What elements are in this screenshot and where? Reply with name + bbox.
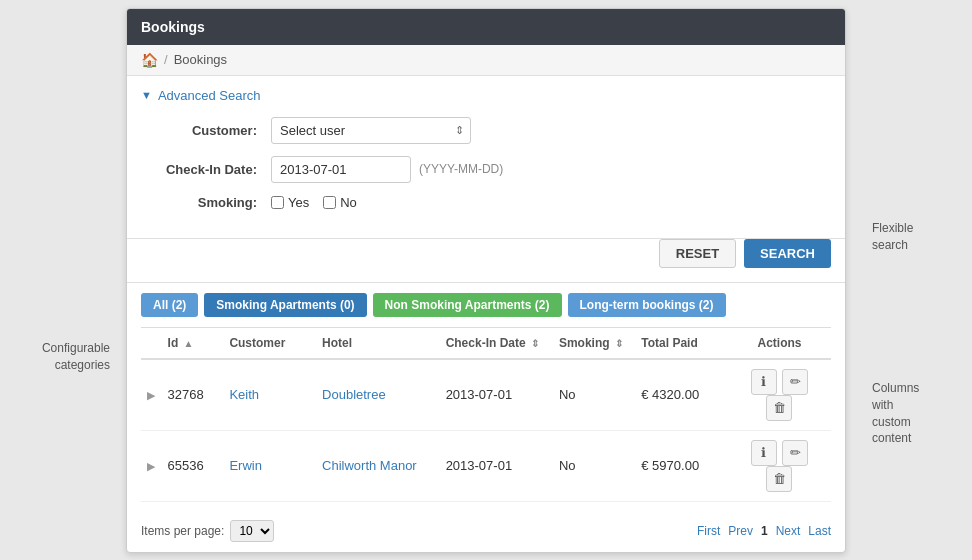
row2-smoking: No — [553, 430, 635, 501]
col-header-total-paid: Total Paid — [635, 327, 728, 359]
sort-id-icon[interactable]: ▲ — [184, 338, 194, 349]
breadcrumb-bookings: Bookings — [174, 52, 227, 67]
row1-delete-button[interactable]: 🗑 — [766, 395, 792, 421]
sort-smoking-icon[interactable]: ⇕ — [615, 338, 623, 349]
col-header-hotel: Hotel — [316, 327, 440, 359]
category-tabs-bar: All (2) Smoking Apartments (0) Non Smoki… — [127, 283, 845, 327]
panel-header: Bookings — [127, 9, 845, 45]
customer-select[interactable]: Select user — [271, 117, 471, 144]
row2-hotel-link[interactable]: Chilworth Manor — [322, 458, 417, 473]
annotation-configurable-categories: Configurable categories — [10, 340, 110, 374]
main-panel: Bookings 🏠 / Bookings ▼ Advanced Search … — [126, 8, 846, 553]
col-header-id: Id ▲ — [162, 327, 224, 359]
row2-checkin: 2013-07-01 — [440, 430, 553, 501]
breadcrumb: 🏠 / Bookings — [127, 45, 845, 76]
col-header-customer: Customer — [223, 327, 316, 359]
bookings-table-section: Id ▲ Customer Hotel Check-In Date ⇕ Smok… — [127, 327, 845, 512]
row1-smoking: No — [553, 359, 635, 431]
table-row: ▶ 65536 Erwin Chilworth Manor 2013-07-01… — [141, 430, 831, 501]
panel-title: Bookings — [141, 19, 205, 35]
pagination-current[interactable]: 1 — [761, 524, 768, 538]
row2-expand[interactable]: ▶ — [141, 430, 162, 501]
row1-checkin: 2013-07-01 — [440, 359, 553, 431]
row1-customer-link[interactable]: Keith — [229, 387, 259, 402]
date-format-hint: (YYYY-MM-DD) — [419, 162, 503, 176]
tab-all[interactable]: All (2) — [141, 293, 198, 317]
table-row: ▶ 32768 Keith Doubletree 2013-07-01 No €… — [141, 359, 831, 431]
reset-button[interactable]: RESET — [659, 239, 736, 268]
row2-id: 65536 — [162, 430, 224, 501]
sort-checkin-icon[interactable]: ⇕ — [531, 338, 539, 349]
advanced-search-label: Advanced Search — [158, 88, 261, 103]
row1-actions: ℹ ✏ 🗑 — [728, 359, 831, 431]
items-per-page-select[interactable]: 10 25 50 — [230, 520, 274, 542]
home-icon[interactable]: 🏠 — [141, 52, 158, 68]
row2-actions: ℹ ✏ 🗑 — [728, 430, 831, 501]
row1-expand[interactable]: ▶ — [141, 359, 162, 431]
annotation-flexible-search: Flexible search — [872, 220, 962, 254]
items-per-page-control: Items per page: 10 25 50 — [141, 520, 274, 542]
row1-customer: Keith — [223, 359, 316, 431]
row2-edit-button[interactable]: ✏ — [782, 440, 808, 466]
row1-edit-button[interactable]: ✏ — [782, 369, 808, 395]
row1-id: 32768 — [162, 359, 224, 431]
row1-total-paid: € 4320.00 — [635, 359, 728, 431]
pagination-first[interactable]: First — [697, 524, 720, 538]
smoking-no-checkbox[interactable] — [323, 196, 336, 209]
customer-label: Customer: — [141, 123, 271, 138]
row2-hotel: Chilworth Manor — [316, 430, 440, 501]
table-body: ▶ 32768 Keith Doubletree 2013-07-01 No €… — [141, 359, 831, 502]
tab-non-smoking-apartments[interactable]: Non Smoking Apartments (2) — [373, 293, 562, 317]
row2-customer: Erwin — [223, 430, 316, 501]
advanced-search-toggle[interactable]: ▼ Advanced Search — [141, 88, 831, 103]
row2-info-button[interactable]: ℹ — [751, 440, 777, 466]
checkin-row: Check-In Date: (YYYY-MM-DD) — [141, 156, 831, 183]
col-header-smoking: Smoking ⇕ — [553, 327, 635, 359]
bookings-table: Id ▲ Customer Hotel Check-In Date ⇕ Smok… — [141, 327, 831, 502]
expand-arrow-icon[interactable]: ▶ — [147, 460, 155, 472]
smoking-yes-label[interactable]: Yes — [271, 195, 309, 210]
advanced-search-section: ▼ Advanced Search Customer: Select user … — [127, 76, 845, 239]
tab-longterm-bookings[interactable]: Long-term bookings (2) — [568, 293, 726, 317]
toggle-arrow-icon: ▼ — [141, 89, 152, 101]
row1-hotel-link[interactable]: Doubletree — [322, 387, 386, 402]
customer-row: Customer: Select user — [141, 117, 831, 144]
annotation-columns-custom-content: Columns with custom content — [872, 380, 962, 447]
table-header: Id ▲ Customer Hotel Check-In Date ⇕ Smok… — [141, 327, 831, 359]
col-header-expand — [141, 327, 162, 359]
pagination-next[interactable]: Next — [776, 524, 801, 538]
pagination-nav: First Prev 1 Next Last — [697, 524, 831, 538]
pagination-prev[interactable]: Prev — [728, 524, 753, 538]
action-row: RESET SEARCH — [127, 239, 845, 283]
checkin-label: Check-In Date: — [141, 162, 271, 177]
items-per-page-label: Items per page: — [141, 524, 224, 538]
customer-select-wrapper: Select user — [271, 117, 471, 144]
pagination-last[interactable]: Last — [808, 524, 831, 538]
row2-delete-button[interactable]: 🗑 — [766, 466, 792, 492]
checkin-date-input[interactable] — [271, 156, 411, 183]
row1-hotel: Doubletree — [316, 359, 440, 431]
row1-info-button[interactable]: ℹ — [751, 369, 777, 395]
expand-arrow-icon[interactable]: ▶ — [147, 389, 155, 401]
search-button[interactable]: SEARCH — [744, 239, 831, 268]
smoking-no-label[interactable]: No — [323, 195, 357, 210]
smoking-row: Smoking: Yes No — [141, 195, 831, 210]
pagination-bar: Items per page: 10 25 50 First Prev 1 Ne… — [127, 512, 845, 552]
tab-smoking-apartments[interactable]: Smoking Apartments (0) — [204, 293, 366, 317]
col-header-checkin: Check-In Date ⇕ — [440, 327, 553, 359]
row2-customer-link[interactable]: Erwin — [229, 458, 262, 473]
page-wrapper: Configurable categories Flexible search … — [0, 0, 972, 560]
smoking-yes-checkbox[interactable] — [271, 196, 284, 209]
row2-total-paid: € 5970.00 — [635, 430, 728, 501]
col-header-actions: Actions — [728, 327, 831, 359]
smoking-label: Smoking: — [141, 195, 271, 210]
